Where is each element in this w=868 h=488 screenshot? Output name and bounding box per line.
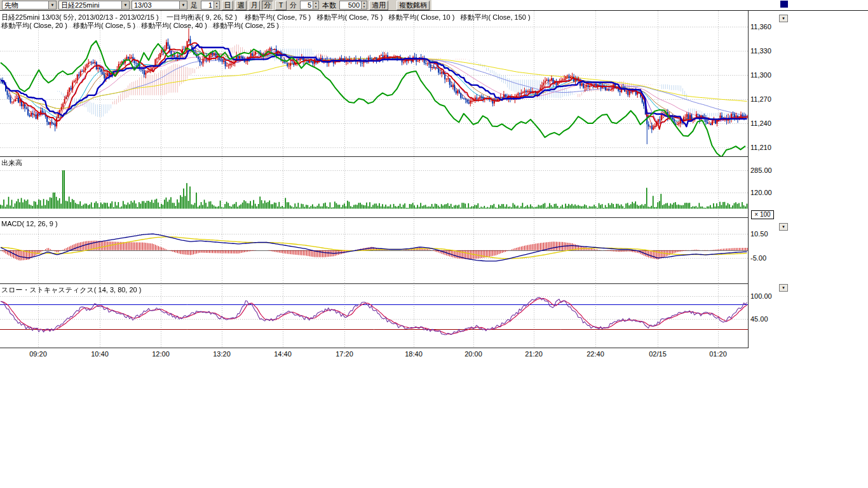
minute-value-input[interactable]: 5 ▲▼ [300,1,319,10]
period-month-button[interactable]: 月 [248,1,260,10]
volume-panel-title: 出来高 [1,158,22,168]
time-axis-label: 09:20 [24,350,52,358]
multi-symbol-button[interactable]: 複数銘柄 [397,1,430,10]
contract-month-value: 13/03 [132,1,179,9]
panel-separator [0,283,748,284]
y-axis-tick-label: 11,240 [750,119,780,127]
time-axis-label: 02/15 [644,350,672,358]
bar-count-value: 500 [340,1,361,9]
period-day-button[interactable]: 日 [222,1,233,10]
app-corner-icon [780,1,788,8]
toolbar: 先物 ▼ 日経225mini ▼ 13/03 ▼ 足 1 ▲▼ 日 週 月 分 … [0,0,868,11]
y-axis-tick-label: 45.00 [750,315,780,323]
y-axis-tick-label: -5.00 [750,254,780,262]
time-axis-label: 22:40 [581,350,609,358]
bar-count-input[interactable]: 500 ▲▼ [339,1,367,10]
y-axis-tick-label: 120.00 [750,189,780,196]
chart-header-line2: 移動平均( Close, 20 ) 移動平均( Close, 5 ) 移動平均(… [1,21,279,30]
y-axis-tick-label: 11,360 [750,23,780,30]
symbol-value: 日経225mini [59,1,121,9]
volume-multiplier-badge: × 100 [751,210,774,219]
bar-interval-input[interactable]: 1 ▲▼ [201,1,220,10]
symbol-select[interactable]: 日経225mini ▼ [58,1,130,10]
bar-count-label: 本数 [321,1,337,10]
macd-chart-canvas[interactable] [0,217,748,283]
y-axis-tick-label: 11,270 [750,95,780,103]
stochastics-panel-menu-button[interactable]: ▼ [779,284,788,292]
chevron-down-icon[interactable]: ▼ [179,1,187,9]
price-panel-menu-button[interactable]: ▼ [779,15,788,22]
apply-button[interactable]: 適用 [369,1,388,10]
volume-chart-canvas[interactable] [0,156,748,217]
instrument-type-value: 先物 [3,1,48,9]
time-axis-label: 17:20 [330,350,358,358]
spinner-arrows-icon[interactable]: ▲▼ [361,1,367,9]
y-axis-tick-label: 285.00 [750,166,780,174]
time-axis-label: 12:00 [147,350,175,358]
panel-separator [0,156,748,157]
price-chart-canvas[interactable] [0,11,748,156]
y-axis-tick-label: 11,210 [750,144,780,151]
time-axis-label: 14:40 [269,350,297,358]
panel-separator [0,217,748,218]
y-axis-line [748,11,749,348]
spinner-arrows-icon[interactable]: ▲▼ [214,1,219,9]
instrument-type-select[interactable]: 先物 ▼ [2,1,57,10]
period-tick-button[interactable]: T [275,1,287,10]
macd-panel-title: MACD( 12, 26, 9 ) [1,220,58,227]
spin-down-icon[interactable]: ▼ [313,5,318,9]
bar-interval-value: 1 [201,1,214,9]
bar-type-label: 足 [189,1,199,10]
y-axis-tick-label: 10.50 [750,230,780,238]
time-axis-label: 10:40 [86,350,114,358]
time-axis: 09:2010:4012:0013:2014:4017:2018:4020:00… [0,350,763,359]
period-minute-button[interactable]: 分 [262,1,273,10]
time-axis-label: 18:40 [400,350,428,358]
time-axis-label: 20:00 [459,350,487,358]
macd-panel-menu-button[interactable]: ▼ [779,223,788,231]
spin-down-icon[interactable]: ▼ [214,5,219,9]
spinner-arrows-icon[interactable]: ▲▼ [313,1,318,9]
stochastics-panel-title: スロー・ストキャスティクス( 14, 3, 80, 20 ) [1,285,141,295]
period-week-button[interactable]: 週 [235,1,247,10]
y-axis-tick-label: 11,300 [750,71,780,79]
time-axis-label: 01:20 [704,350,732,358]
contract-month-select[interactable]: 13/03 ▼ [132,1,187,10]
x-axis-line [0,348,748,348]
chart-application-window: 先物 ▼ 日経225mini ▼ 13/03 ▼ 足 1 ▲▼ 日 週 月 分 … [0,0,868,488]
chevron-down-icon[interactable]: ▼ [48,1,56,9]
minute-value: 5 [301,1,313,9]
time-axis-label: 21:20 [520,350,548,358]
minute-unit-label: 分 [288,1,298,10]
spin-down-icon[interactable]: ▼ [362,5,367,9]
toolbar-controls: 先物 ▼ 日経225mini ▼ 13/03 ▼ 足 1 ▲▼ 日 週 月 分 … [0,0,431,10]
chevron-down-icon[interactable]: ▼ [121,1,129,9]
y-axis-tick-label: 11,330 [750,47,780,55]
time-axis-label: 13:20 [208,350,236,358]
y-axis-tick-label: 100.00 [750,292,780,300]
